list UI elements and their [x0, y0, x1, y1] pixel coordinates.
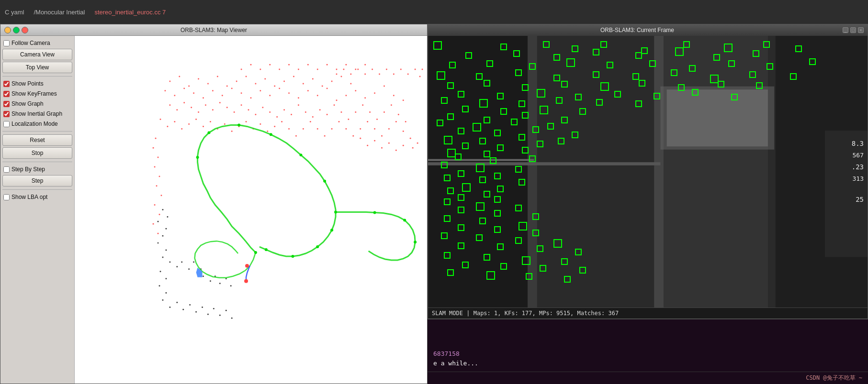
localization-mode-row[interactable]: Localization Mode [2, 120, 72, 128]
feature-point [441, 232, 448, 239]
svg-point-210 [316, 245, 319, 248]
svg-point-114 [403, 131, 404, 132]
show-graph-row[interactable]: Show Graph [2, 99, 72, 108]
feature-point [675, 47, 684, 56]
svg-point-124 [327, 64, 328, 66]
feature-point [444, 198, 451, 205]
feature-point [540, 106, 548, 114]
step-by-step-row[interactable]: Step By Step [2, 165, 72, 174]
svg-point-22 [183, 88, 185, 89]
svg-point-40 [355, 90, 356, 91]
svg-point-147 [410, 138, 411, 139]
feature-point [476, 164, 485, 172]
svg-point-216 [414, 241, 417, 243]
svg-point-215 [403, 219, 406, 221]
svg-point-17 [331, 80, 333, 82]
reset-button[interactable]: Reset [2, 134, 72, 146]
feature-point [790, 73, 797, 80]
svg-point-29 [250, 97, 252, 99]
svg-point-169 [158, 242, 159, 244]
svg-point-45 [403, 99, 404, 101]
feature-point [718, 81, 724, 88]
frame-image: 8.3 567 .23 313 25 [428, 36, 868, 307]
show-points-row[interactable]: Show Points [2, 79, 72, 88]
terminal-line1: 6837158 [433, 349, 862, 359]
svg-point-71 [348, 119, 349, 120]
svg-point-27 [231, 88, 233, 89]
feature-point [476, 73, 483, 80]
cf-maximize-button[interactable]: □ [850, 27, 856, 33]
feature-point [447, 269, 454, 276]
feature-point [447, 187, 454, 194]
top-view-button[interactable]: Top View [2, 62, 72, 73]
svg-point-36 [317, 95, 318, 96]
feature-point [497, 243, 504, 250]
svg-point-57 [248, 109, 249, 110]
feature-point [572, 45, 578, 52]
feature-point [494, 173, 501, 179]
svg-point-19 [350, 83, 351, 84]
trajectory-path [195, 125, 415, 283]
show-inertial-graph-checkbox[interactable] [3, 111, 10, 117]
feature-point [529, 155, 536, 162]
show-inertial-graph-row[interactable]: Show Inertial Graph [2, 110, 72, 118]
svg-point-50 [198, 111, 199, 113]
svg-point-81 [167, 126, 168, 127]
camera-view-button[interactable]: Camera View [2, 49, 72, 60]
step-button[interactable]: Step [2, 175, 72, 187]
feature-point [515, 237, 522, 244]
stat-val3: .23 [852, 161, 864, 173]
follow-camera-row[interactable]: Follow Camera [2, 39, 72, 47]
show-points-checkbox[interactable] [3, 81, 10, 87]
svg-point-100 [303, 128, 304, 130]
svg-point-79 [405, 121, 406, 122]
svg-point-58 [255, 114, 256, 115]
svg-point-127 [355, 69, 356, 70]
svg-point-155 [372, 69, 373, 70]
svg-point-146 [403, 145, 404, 146]
feature-point [529, 63, 536, 70]
step-by-step-label: Step By Step [11, 166, 45, 173]
follow-camera-checkbox[interactable] [3, 40, 10, 46]
show-points-label: Show Points [11, 80, 44, 87]
feature-point [579, 267, 586, 274]
svg-point-23 [193, 92, 194, 94]
feature-point [572, 132, 578, 138]
svg-point-201 [244, 279, 248, 283]
feature-point [513, 50, 520, 57]
stop-button[interactable]: Stop [2, 147, 72, 159]
svg-point-149 [417, 143, 418, 144]
show-keyframes-checkbox[interactable] [3, 91, 10, 97]
show-graph-checkbox[interactable] [3, 101, 10, 107]
feature-point [724, 44, 733, 52]
svg-point-183 [230, 285, 232, 286]
cf-close-button[interactable]: × [858, 27, 864, 33]
minimize-button[interactable] [4, 27, 11, 33]
svg-point-92 [246, 121, 247, 122]
feature-point [767, 63, 773, 70]
show-lba-opt-checkbox[interactable] [3, 194, 10, 200]
show-keyframes-row[interactable]: Show KeyFrames [2, 89, 72, 98]
map-canvas[interactable] [75, 36, 427, 384]
cf-minimize-button[interactable]: _ [843, 27, 848, 33]
svg-point-10 [264, 78, 266, 79]
feature-point [522, 84, 529, 91]
step-by-step-checkbox[interactable] [3, 166, 10, 173]
svg-point-55 [234, 111, 235, 113]
svg-point-69 [334, 104, 335, 106]
feature-point [756, 82, 763, 89]
svg-point-176 [193, 261, 194, 263]
svg-point-205 [270, 133, 272, 136]
close-button[interactable] [22, 27, 28, 33]
map-viewer-title: ORB-SLAM3: Map Viewer [28, 27, 399, 33]
feature-point [575, 94, 582, 100]
feature-point [484, 151, 490, 157]
svg-point-42 [374, 92, 375, 94]
svg-point-108 [360, 128, 361, 130]
svg-point-204 [237, 123, 240, 126]
maximize-button[interactable] [13, 27, 20, 33]
show-lba-opt-row[interactable]: Show LBA opt [2, 193, 72, 201]
localization-mode-checkbox[interactable] [3, 121, 10, 127]
feature-point [561, 81, 568, 88]
svg-point-16 [322, 85, 323, 87]
